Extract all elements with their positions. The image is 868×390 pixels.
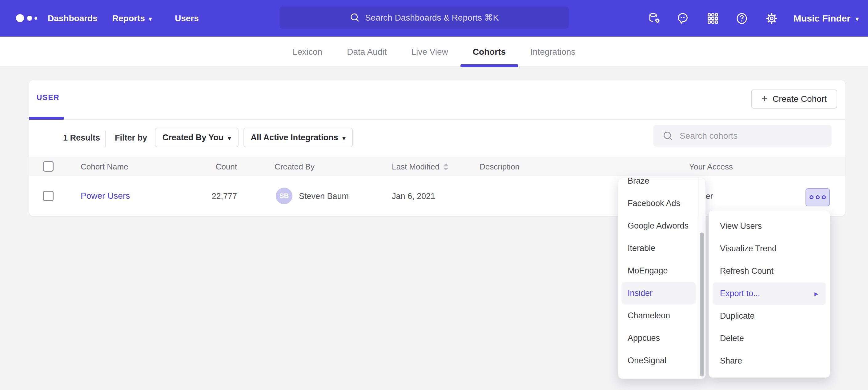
cohort-search-input[interactable] xyxy=(680,131,827,141)
menu-item-braze[interactable]: Braze xyxy=(618,178,706,192)
tab-cohorts[interactable]: Cohorts xyxy=(473,37,506,67)
settings-gear-icon[interactable] xyxy=(765,12,778,25)
tab-live-view[interactable]: Live View xyxy=(411,37,448,67)
search-icon xyxy=(350,12,360,23)
nav-reports-label: Reports xyxy=(112,13,145,23)
menu-item-delete-label: Delete xyxy=(720,334,744,343)
creator-avatar: SB xyxy=(276,188,292,204)
submenu-arrow-icon: ▸ xyxy=(814,289,818,298)
app-root: Dashboards Reports ▾ Users Search Dashbo… xyxy=(0,0,868,390)
menu-item-chameleon-label: Chameleon xyxy=(628,311,670,321)
menu-item-delete[interactable]: Delete xyxy=(709,327,830,350)
caret-down-icon: ▾ xyxy=(856,16,859,23)
tab-integrations[interactable]: Integrations xyxy=(530,37,575,67)
nav-dashboards-label: Dashboards xyxy=(48,13,98,23)
menu-item-share-label: Share xyxy=(720,356,742,366)
col-cohort-name: Cohort Name xyxy=(81,162,128,172)
tab-lexicon[interactable]: Lexicon xyxy=(293,37,322,67)
top-navbar: Dashboards Reports ▾ Users Search Dashbo… xyxy=(0,0,868,37)
data-management-icon[interactable] xyxy=(648,12,661,25)
menu-item-facebook-ads[interactable]: Facebook Ads xyxy=(618,192,706,215)
global-search-input[interactable]: Search Dashboards & Reports ⌘K xyxy=(279,6,569,29)
global-search-placeholder: Search Dashboards & Reports ⌘K xyxy=(365,12,499,23)
menu-item-view-users[interactable]: View Users xyxy=(709,215,830,237)
nav-dashboards[interactable]: Dashboards xyxy=(48,0,98,37)
menu-item-view-users-label: View Users xyxy=(720,222,762,231)
tab-user-cohorts[interactable]: USER xyxy=(37,93,60,102)
menu-item-duplicate[interactable]: Duplicate xyxy=(709,305,830,327)
col-your-access: Your Access xyxy=(689,162,733,172)
menu-item-iterable-label: Iterable xyxy=(628,243,655,253)
menu-item-appcues-label: Appcues xyxy=(628,333,660,343)
tab-integrations-label: Integrations xyxy=(530,47,575,57)
create-cohort-label: Create Cohort xyxy=(773,94,827,104)
help-icon[interactable] xyxy=(735,12,748,25)
menu-scrollbar-track xyxy=(698,178,706,379)
feedback-icon[interactable] xyxy=(676,12,689,25)
last-modified-value: Jan 6, 2021 xyxy=(392,192,435,201)
menu-item-moengage[interactable]: MoEngage xyxy=(618,260,706,282)
menu-scrollbar-thumb[interactable] xyxy=(700,232,704,377)
menu-item-moengage-label: MoEngage xyxy=(628,266,668,275)
caret-down-icon: ▾ xyxy=(149,16,152,23)
row-checkbox[interactable] xyxy=(43,191,54,201)
export-destinations-menu: Braze Facebook Ads Google Adwords Iterab… xyxy=(618,178,706,379)
integrations-filter-dropdown[interactable]: All Active Integrations ▾ xyxy=(244,128,353,147)
menu-item-braze-label: Braze xyxy=(628,178,649,186)
menu-item-facebook-ads-label: Facebook Ads xyxy=(628,199,680,208)
row-context-menu: View Users Visualize Trend Refresh Count… xyxy=(709,210,830,378)
created-by-filter-label: Created By You xyxy=(162,133,224,142)
menu-item-appcues[interactable]: Appcues xyxy=(618,327,706,349)
project-switcher[interactable]: Music Finder ▾ xyxy=(794,0,859,37)
menu-item-refresh-count[interactable]: Refresh Count xyxy=(709,260,830,282)
tab-lexicon-label: Lexicon xyxy=(293,47,322,57)
menu-item-iterable[interactable]: Iterable xyxy=(618,237,706,260)
menu-item-insider-label: Insider xyxy=(628,289,653,298)
menu-item-export-to[interactable]: Export to... ▸ xyxy=(713,282,826,305)
created-by-filter-dropdown[interactable]: Created By You ▾ xyxy=(155,128,239,147)
active-tab-underline xyxy=(29,117,64,120)
menu-item-chameleon[interactable]: Chameleon xyxy=(618,304,706,327)
menu-item-duplicate-label: Duplicate xyxy=(720,311,755,321)
apps-grid-icon[interactable] xyxy=(706,12,719,25)
caret-down-icon: ▾ xyxy=(228,135,231,141)
search-icon xyxy=(662,130,674,141)
col-last-modified-sort[interactable]: Last Modified xyxy=(392,162,450,172)
col-created-by: Created By xyxy=(275,162,315,172)
cohorts-toolbar: 1 Results Filter by Created By You ▾ All… xyxy=(29,120,845,157)
col-description: Description xyxy=(479,162,520,172)
cohort-name-link[interactable]: Power Users xyxy=(81,191,130,201)
menu-item-insider[interactable]: Insider xyxy=(621,282,695,304)
nav-reports[interactable]: Reports ▾ xyxy=(112,0,152,37)
row-actions-button[interactable] xyxy=(806,188,830,206)
tab-data-audit-label: Data Audit xyxy=(347,47,386,57)
menu-item-google-adwords-label: Google Adwords xyxy=(628,221,688,231)
section-tabbar: Lexicon Data Audit Live View Cohorts Int… xyxy=(0,37,868,67)
col-last-modified: Last Modified xyxy=(392,162,439,172)
dot-icon xyxy=(816,195,820,199)
cohorts-card-header: USER + Create Cohort xyxy=(29,80,845,120)
menu-item-google-adwords[interactable]: Google Adwords xyxy=(618,215,706,237)
results-count: 1 Results xyxy=(63,133,100,143)
creator-name: Steven Baum xyxy=(299,192,349,201)
mixpanel-logo-icon[interactable] xyxy=(16,0,40,37)
select-all-checkbox[interactable] xyxy=(43,161,54,172)
dot-icon xyxy=(809,195,813,199)
menu-item-share[interactable]: Share xyxy=(709,350,830,372)
menu-item-onesignal[interactable]: OneSignal xyxy=(618,349,706,372)
tab-cohorts-label: Cohorts xyxy=(473,47,506,57)
menu-item-onesignal-label: OneSignal xyxy=(628,356,666,365)
menu-item-visualize-trend[interactable]: Visualize Trend xyxy=(709,237,830,260)
table-header-row: Cohort Name Count Created By Last Modifi… xyxy=(29,157,845,176)
toolbar-divider xyxy=(105,131,105,147)
filter-by-label: Filter by xyxy=(115,133,147,143)
plus-icon: + xyxy=(762,93,768,105)
col-count: Count xyxy=(176,162,237,172)
create-cohort-button[interactable]: + Create Cohort xyxy=(751,90,837,108)
nav-users[interactable]: Users xyxy=(175,0,199,37)
integrations-filter-label: All Active Integrations xyxy=(251,133,338,142)
caret-down-icon: ▾ xyxy=(343,135,346,141)
tab-data-audit[interactable]: Data Audit xyxy=(347,37,386,67)
sort-icon xyxy=(443,163,450,171)
project-name: Music Finder xyxy=(794,13,850,24)
